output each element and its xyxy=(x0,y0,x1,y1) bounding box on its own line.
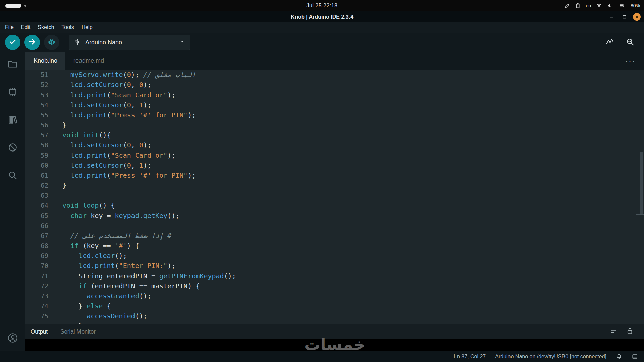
code-token-pl xyxy=(62,262,78,270)
workspace-dot xyxy=(24,5,26,7)
code-token-pl xyxy=(62,282,78,290)
serial-monitor-icon[interactable] xyxy=(626,37,635,48)
code-text[interactable]: } else { xyxy=(62,301,111,311)
edit-pencil-icon[interactable] xyxy=(564,3,570,9)
sidebar-item-sketchbook[interactable] xyxy=(7,59,18,70)
tab-knob-ino[interactable]: Knob.ino xyxy=(25,52,65,70)
code-line: 76 } xyxy=(25,321,644,324)
verify-button[interactable] xyxy=(5,35,20,50)
code-text[interactable]: accessDenied(); xyxy=(62,311,147,321)
code-token-pl: (key == xyxy=(78,242,115,250)
code-text[interactable]: String enteredPIN = getPINFromKeypad(); xyxy=(62,271,236,281)
code-token-pl xyxy=(62,212,70,220)
code-text[interactable]: lcd.print("Press '#' for PIN"); xyxy=(62,110,196,120)
output-console[interactable]: خمسات xyxy=(25,339,644,351)
code-token-pl: ); xyxy=(167,91,175,99)
code-token-fn: myServo.write xyxy=(70,71,123,79)
battery-icon[interactable] xyxy=(618,3,626,8)
sidebar-item-library-manager[interactable] xyxy=(7,115,18,126)
menu-help[interactable]: Help xyxy=(78,24,96,31)
debug-button[interactable] xyxy=(44,35,59,50)
workspace-indicator[interactable] xyxy=(5,4,26,8)
account-button[interactable] xyxy=(7,333,18,344)
code-token-num: 0 xyxy=(127,141,131,149)
line-number: 57 xyxy=(25,130,48,140)
code-token-str: "Scan Card or" xyxy=(111,151,168,159)
toggle-panel-icon[interactable] xyxy=(632,353,638,360)
line-number: 63 xyxy=(25,190,48,200)
code-text[interactable]: lcd.clear(); xyxy=(62,251,127,261)
window-title: Knob | Arduino IDE 2.3.4 xyxy=(291,14,353,20)
code-text[interactable]: lcd.print("Press '#' for PIN"); xyxy=(62,170,196,180)
bell-icon[interactable] xyxy=(616,353,622,360)
code-token-num: 0 xyxy=(127,161,131,169)
code-text[interactable]: myServo.write(0); // الباب مغلق xyxy=(62,70,196,80)
maximize-button[interactable] xyxy=(621,13,628,21)
lock-open-icon[interactable] xyxy=(626,327,634,336)
upload-button[interactable] xyxy=(24,35,40,50)
tab-readme-md[interactable]: readme.md xyxy=(65,52,112,70)
code-text[interactable]: if (enteredPIN == masterPIN) { xyxy=(62,281,200,291)
code-token-pl xyxy=(62,141,70,149)
tab-serial-monitor[interactable]: Serial Monitor xyxy=(60,328,96,335)
code-token-num: 0 xyxy=(127,101,131,109)
sidebar-item-debug[interactable] xyxy=(7,142,18,154)
code-editor[interactable]: 51 myServo.write(0); // الباب مغلق52 lcd… xyxy=(25,70,644,324)
code-token-pl: key = xyxy=(87,212,115,220)
code-token-pl xyxy=(62,292,87,300)
code-token-pl: () { xyxy=(99,201,115,209)
tab-output[interactable]: Output xyxy=(31,328,48,335)
line-number: 76 xyxy=(25,321,48,324)
code-text[interactable]: lcd.setCursor(0, 1); xyxy=(62,160,151,170)
code-text[interactable]: if (key == '#') { xyxy=(62,241,139,251)
code-text[interactable]: // إذا ضغط المستخدم على # xyxy=(62,231,171,241)
code-line: 61 lcd.print("Press '#' for PIN"); xyxy=(25,170,644,180)
board-selector[interactable]: Arduino Nano xyxy=(69,35,190,50)
line-number: 60 xyxy=(25,160,48,170)
code-token-pl xyxy=(78,131,83,139)
code-line: 63 xyxy=(25,190,644,200)
code-area[interactable]: 51 myServo.write(0); // الباب مغلق52 lcd… xyxy=(25,70,644,324)
code-text[interactable]: lcd.print("Scan Card or"); xyxy=(62,150,175,160)
code-text[interactable]: accessGranted(); xyxy=(62,291,151,301)
menu-file[interactable]: File xyxy=(1,24,17,31)
clipboard-icon[interactable] xyxy=(575,3,581,9)
code-text[interactable]: void init(){ xyxy=(62,130,111,140)
code-line: 58 lcd.setCursor(0, 0); xyxy=(25,140,644,150)
line-number: 69 xyxy=(25,251,48,261)
sidebar-item-boards-manager[interactable] xyxy=(7,87,18,98)
line-number: 55 xyxy=(25,110,48,120)
code-text[interactable]: lcd.print("Enter PIN:"); xyxy=(62,261,175,271)
minimize-button[interactable] xyxy=(608,13,615,21)
close-button[interactable] xyxy=(633,13,641,21)
cursor-position[interactable]: Ln 87, Col 27 xyxy=(454,354,486,360)
code-token-num: 1 xyxy=(139,161,143,169)
code-text[interactable]: char key = keypad.getKey(); xyxy=(62,210,179,221)
code-token-pl xyxy=(62,161,70,169)
code-text[interactable]: lcd.setCursor(0, 0); xyxy=(62,140,151,150)
clear-output-icon[interactable] xyxy=(610,327,618,336)
volume-icon[interactable] xyxy=(607,3,613,9)
wifi-icon[interactable] xyxy=(596,3,602,9)
menu-sketch[interactable]: Sketch xyxy=(34,24,58,31)
sidebar-item-search[interactable] xyxy=(7,170,18,182)
code-text[interactable]: lcd.setCursor(0, 0); xyxy=(62,80,151,90)
code-text[interactable]: lcd.print("Scan Card or"); xyxy=(62,90,175,100)
code-token-pl: ( xyxy=(123,161,127,169)
keyboard-language[interactable]: en xyxy=(586,3,591,8)
code-token-kw: if xyxy=(70,242,78,250)
code-text[interactable]: void loop() { xyxy=(62,200,115,210)
code-text[interactable]: } xyxy=(62,180,66,190)
more-ellipsis-icon[interactable]: ··· xyxy=(625,59,636,63)
workspace-pill[interactable] xyxy=(5,4,21,8)
board-connection-status[interactable]: Arduino Nano on /dev/ttyUSB0 [not connec… xyxy=(495,354,606,360)
code-text[interactable]: } xyxy=(62,321,83,324)
system-clock[interactable]: Jul 25 22:18 xyxy=(306,3,337,9)
editor-scrollbar[interactable] xyxy=(640,152,643,214)
code-token-str: "Press '#' for PIN" xyxy=(111,171,188,179)
menu-tools[interactable]: Tools xyxy=(58,24,77,31)
code-text[interactable]: lcd.setCursor(0, 1); xyxy=(62,100,151,110)
code-text[interactable]: } xyxy=(62,120,66,130)
serial-plotter-icon[interactable] xyxy=(605,37,615,47)
menu-edit[interactable]: Edit xyxy=(17,24,34,31)
